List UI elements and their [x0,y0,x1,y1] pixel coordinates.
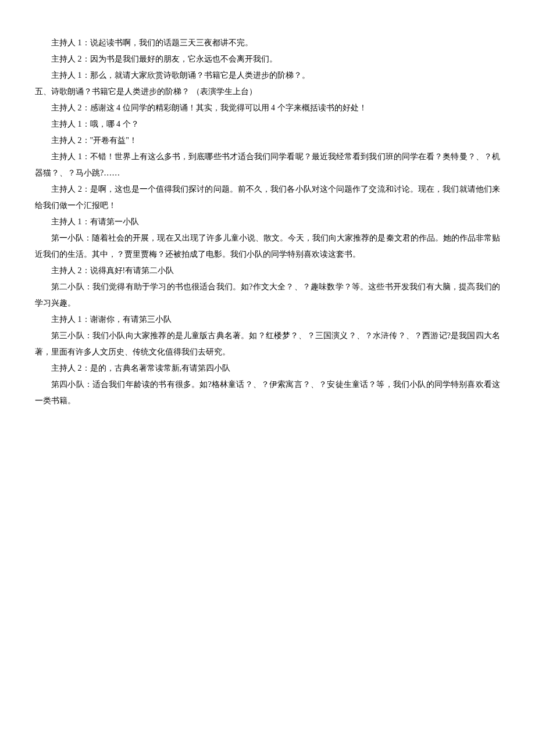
dialogue-line-host2-e: 主持人 2：说得真好!有请第二小队 [35,263,500,279]
dialogue-line-host2-a: 主持人 2：因为书是我们最好的朋友，它永远也不会离开我们。 [35,51,500,67]
team-three-report: 第三小队：我们小队向大家推荐的是儿童版古典名著。如？红楼梦？、？三国演义？、？水… [35,328,500,360]
team-four-report: 第四小队：适合我们年龄读的书有很多。如?格林童话？、？伊索寓言？、？安徒生童话？… [35,377,500,409]
dialogue-line-host1-d: 主持人 1：不错！世界上有这么多书，到底哪些书才适合我们同学看呢？最近我经常看到… [35,149,500,181]
dialogue-line-host1-a: 主持人 1：说起读书啊，我们的话题三天三夜都讲不完。 [35,35,500,51]
dialogue-line-host2-d: 主持人 2：是啊，这也是一个值得我们探讨的问题。前不久，我们各小队对这个问题作了… [35,181,500,214]
dialogue-line-host2-f: 主持人 2：是的，古典名著常读常新,有请第四小队 [35,360,500,377]
dialogue-line-host2-b: 主持人 2：感谢这 4 位同学的精彩朗诵！其实，我觉得可以用 4 个字来概括读书… [35,100,500,116]
dialogue-line-host1-f: 主持人 1：谢谢你，有请第三小队 [35,311,500,328]
dialogue-line-host1-c: 主持人 1：哦，哪 4 个？ [35,116,500,132]
dialogue-line-host1-e: 主持人 1：有请第一小队 [35,214,500,230]
dialogue-line-host1-b: 主持人 1：那么，就请大家欣赏诗歌朗诵？书籍它是人类进步的阶梯？。 [35,67,500,84]
section-heading-five: 五、诗歌朗诵？书籍它是人类进步的阶梯？ （表演学生上台） [35,84,500,100]
dialogue-line-host2-c: 主持人 2："开卷有益"！ [35,132,500,149]
team-two-report: 第二小队：我们觉得有助于学习的书也很适合我们。如?作文大全？、？趣味数学？等。这… [35,279,500,311]
team-one-report: 第一小队：随着社会的开展，现在又出现了许多儿童小说、散文。今天，我们向大家推荐的… [35,230,500,263]
